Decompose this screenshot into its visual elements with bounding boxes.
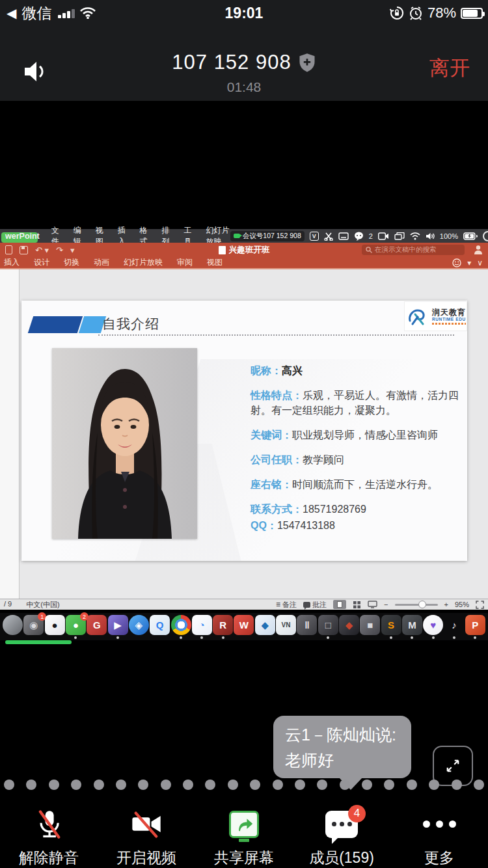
ribbon-caret-icon[interactable]: ▾ — [467, 258, 471, 267]
slide-fields: 昵称：高兴性格特点：乐观，平易近人。有激情，活力四射。有一定组织能力，凝聚力。关… — [251, 363, 467, 533]
dock-icon-vmware[interactable]: □ — [318, 615, 338, 635]
members-button[interactable]: 4 成员(159) — [293, 802, 390, 868]
share-person-icon[interactable] — [474, 245, 483, 254]
dock-icon-launchpad[interactable] — [3, 615, 23, 635]
zoom-in-button[interactable]: + — [444, 601, 448, 608]
dock-icon-wireshark[interactable]: ◆ — [255, 615, 275, 635]
running-indicator — [411, 636, 413, 639]
notes-button[interactable]: ≡备注 — [276, 600, 297, 610]
search-icon — [366, 247, 372, 253]
slide-field: 昵称：高兴 — [251, 363, 467, 378]
slide-field: 性格特点：乐观，平易近人。有激情，活力四射。有一定组织能力，凝聚力。 — [251, 388, 467, 418]
dock-icon-remote-desktop[interactable]: ■ — [360, 615, 380, 635]
thumbnail-pane[interactable] — [0, 269, 20, 599]
fit-slide-button[interactable] — [476, 601, 484, 609]
dock-icon-powerpoint[interactable]: P — [465, 615, 485, 635]
app-name[interactable]: werPoint — [3, 232, 42, 241]
wechat-menubar-icon[interactable] — [354, 232, 364, 241]
unmute-button[interactable]: 解除静音 — [0, 802, 98, 868]
dock-icon-markdown-editor[interactable]: M — [402, 615, 422, 635]
zoom-slider-knob[interactable] — [418, 601, 426, 608]
wechat-glyph: ● — [73, 620, 79, 630]
dock-icon-imovie[interactable]: ▶ — [108, 615, 128, 635]
title-dotted-rule — [98, 334, 454, 336]
running-indicator — [200, 636, 203, 639]
shield-icon[interactable] — [298, 53, 316, 72]
v-input-icon[interactable]: V — [310, 232, 319, 241]
qq-browser-glyph: Q — [156, 620, 164, 630]
dock-icon-wps[interactable]: W — [234, 615, 254, 635]
dock-icon-baidu-netdisk[interactable]: ◔ — [192, 615, 212, 635]
page-dot — [205, 780, 215, 790]
logo-mark-icon — [407, 306, 427, 326]
ribbon-tab[interactable]: 插入 — [4, 257, 20, 268]
dock-icon-sublime-text[interactable]: S — [381, 615, 401, 635]
dock-icon-parallels[interactable]: ‖ — [297, 615, 317, 635]
comments-button[interactable]: 批注 — [303, 600, 327, 610]
volume-menubar-icon[interactable] — [426, 232, 435, 240]
scissors-icon[interactable] — [324, 232, 333, 241]
search-box[interactable]: 在演示文稿中的搜索 — [362, 245, 465, 255]
wifi-menubar-icon[interactable] — [410, 232, 420, 240]
running-indicator — [453, 636, 455, 639]
slide-canvas[interactable]: 自我介绍 润天教育 RUNTIME EDU — [21, 301, 467, 561]
feedback-smiley-icon[interactable] — [452, 258, 461, 267]
pc-app-glyph: R — [219, 620, 226, 630]
page-dot — [317, 780, 327, 790]
more-button[interactable]: 更多 — [390, 802, 488, 868]
dock-icon-piano-app[interactable]: ♪ — [444, 615, 465, 635]
ribbon-tabs: 插入设计切换动画幻灯片放映审阅视图 — [0, 257, 223, 268]
window-stack-icon[interactable] — [394, 232, 405, 240]
dock-icon-colorful-app[interactable]: ♥ — [423, 615, 443, 635]
page-dot — [138, 780, 148, 790]
dock-icon-qq[interactable]: ● — [45, 615, 65, 635]
comments-icon — [303, 602, 310, 608]
ribbon-tab[interactable]: 设计 — [34, 257, 49, 268]
input-method-icon[interactable] — [338, 232, 349, 240]
ribbon-tab[interactable]: 动画 — [94, 257, 109, 268]
portrait-photo — [52, 348, 197, 539]
ribbon-tab[interactable]: 幻灯片放映 — [124, 257, 163, 268]
camera-menubar-icon[interactable] — [378, 232, 389, 240]
slideshow-view-button[interactable] — [368, 601, 377, 608]
ios-status-bar: ◀ 微信 19:01 — [0, 0, 488, 26]
dock-icon-chrome[interactable] — [171, 615, 191, 635]
dock-icon-qq-browser[interactable]: Q — [150, 615, 170, 635]
slide-field: 联系方式：18571928769 — [251, 502, 467, 517]
ribbon-collapse-icon[interactable]: ∨ — [477, 258, 483, 267]
doc-title: 兴趣班开班 — [229, 245, 270, 256]
share-screen-button[interactable]: 共享屏幕 — [195, 802, 293, 868]
dock-icon-dark-cube[interactable]: ◆ — [339, 615, 359, 635]
dock-icon-app-g[interactable]: G — [87, 615, 107, 635]
mac-menu-bar: werPoint 文件编辑视图插入格式排列工具幻灯片放映 会议号107 152 … — [0, 229, 488, 243]
zoom-out-button[interactable]: − — [384, 601, 388, 608]
page-dot — [362, 780, 372, 790]
dark-cube-glyph: ◆ — [346, 620, 353, 630]
green-camera-icon — [234, 234, 240, 238]
dock-icon-vnc-viewer[interactable]: VN — [276, 615, 296, 635]
meeting-number-badge[interactable]: 会议号107 152 908 — [230, 231, 305, 241]
dock-icon-system-preferences[interactable]: ◉1 — [23, 615, 44, 635]
leave-button[interactable]: 离开 — [429, 55, 470, 82]
qq-glyph: ● — [52, 620, 58, 630]
page-dot — [407, 780, 417, 790]
dock-icon-wechat[interactable]: ●2 — [66, 615, 86, 635]
ribbon-tab[interactable]: 视图 — [207, 257, 223, 268]
members-badge: 4 — [348, 805, 366, 822]
language-indicator[interactable]: 中文(中国) — [26, 600, 59, 610]
zoom-slider[interactable] — [395, 604, 438, 606]
running-indicator — [74, 636, 77, 639]
ribbon-tab[interactable]: 切换 — [64, 257, 79, 268]
slide-sorter-view-button[interactable] — [353, 601, 361, 609]
page-dot — [429, 780, 439, 790]
page-dot — [26, 780, 36, 790]
normal-view-button[interactable] — [333, 600, 346, 609]
zoom-percent[interactable]: 95% — [455, 601, 469, 608]
page-dot — [273, 780, 283, 790]
ribbon-tab[interactable]: 审阅 — [177, 257, 193, 268]
page-dot — [452, 780, 462, 790]
start-video-button[interactable]: 开启视频 — [98, 802, 195, 868]
dock-icon-safari[interactable]: ◈ — [129, 615, 149, 635]
phone-screen: ◀ 微信 19:01 — [0, 0, 488, 868]
dock-icon-pc-app[interactable]: R — [213, 615, 233, 635]
